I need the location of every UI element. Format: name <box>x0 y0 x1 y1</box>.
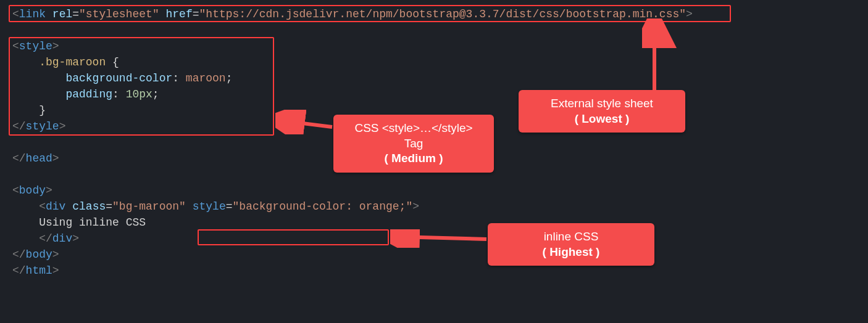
callout-sub: ( Medium ) <box>344 151 483 166</box>
code-line-link: <link rel="stylesheet" href="https://cdn… <box>0 6 868 22</box>
callout-title: External style sheet <box>551 97 653 110</box>
code-line-body-open: <body> <box>0 182 868 198</box>
code-line-div-text: Using inline CSS <box>0 215 868 231</box>
code-line-padding: padding: 10px; <box>0 86 868 102</box>
code-line-selector: .bg-maroon { <box>0 54 868 70</box>
callout-title: inline CSS <box>544 230 599 243</box>
code-line-div-close: </div> <box>0 231 868 247</box>
code-line-style-open: <style> <box>0 38 868 54</box>
code-line-body-close: </body> <box>0 247 868 263</box>
code-line-div-open: <div class="bg-maroon" style="background… <box>0 198 868 215</box>
callout-inline: inline CSS ( Highest ) <box>488 223 654 266</box>
callout-sub: ( Highest ) <box>499 245 643 260</box>
code-line-bg: background-color: maroon; <box>0 70 868 86</box>
code-line-html-close: </html> <box>0 263 868 279</box>
callout-styletag: CSS <style>…</style> Tag ( Medium ) <box>333 115 494 173</box>
callout-external: External style sheet ( Lowest ) <box>519 90 685 133</box>
callout-title: CSS <style>…</style> Tag <box>354 121 472 150</box>
callout-sub: ( Lowest ) <box>530 112 674 127</box>
